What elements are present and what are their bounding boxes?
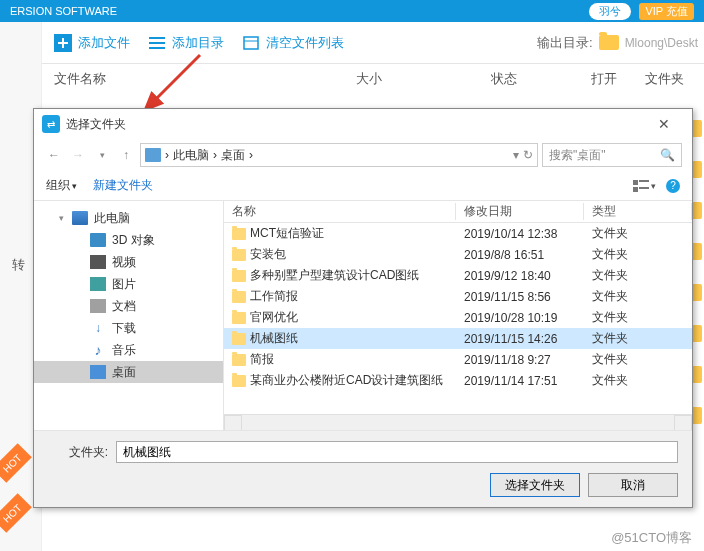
folder-icon: [232, 312, 246, 324]
help-icon[interactable]: ?: [666, 179, 680, 193]
col-name: 文件名称: [54, 70, 304, 88]
file-type: 文件夹: [584, 372, 692, 389]
tree-item[interactable]: ▾此电脑: [34, 207, 223, 229]
tree-label: 文档: [112, 298, 136, 315]
file-type: 文件夹: [584, 288, 692, 305]
folder-label: 文件夹:: [48, 444, 108, 461]
recent-dropdown[interactable]: ▾: [92, 145, 112, 165]
col-size: 大小: [304, 70, 434, 88]
new-folder-button[interactable]: 新建文件夹: [93, 177, 153, 194]
tree-item[interactable]: 图片: [34, 273, 223, 295]
svg-rect-3: [639, 180, 649, 182]
breadcrumb[interactable]: › 此电脑 › 桌面 › ▾↻: [140, 143, 538, 167]
file-row[interactable]: MCT短信验证2019/10/14 12:38文件夹: [224, 223, 692, 244]
folder-icon: [232, 375, 246, 387]
col-date[interactable]: 修改日期: [456, 203, 584, 220]
svg-rect-5: [639, 187, 649, 189]
dialog-footer: 文件夹: 选择文件夹 取消: [34, 430, 692, 507]
folder-icon: [232, 228, 246, 240]
file-row[interactable]: 官网优化2019/10/28 10:19文件夹: [224, 307, 692, 328]
file-name: 安装包: [250, 246, 286, 263]
add-file-button[interactable]: 添加文件: [54, 34, 130, 52]
account-name[interactable]: 羽兮: [589, 3, 631, 20]
file-date: 2019/10/28 10:19: [456, 311, 584, 325]
file-row[interactable]: 安装包2019/8/8 16:51文件夹: [224, 244, 692, 265]
cancel-button[interactable]: 取消: [588, 473, 678, 497]
list-icon: [148, 34, 166, 52]
file-type: 文件夹: [584, 225, 692, 242]
file-type: 文件夹: [584, 351, 692, 368]
tree-item[interactable]: 3D 对象: [34, 229, 223, 251]
add-dir-button[interactable]: 添加目录: [148, 34, 224, 52]
svg-rect-1: [244, 37, 258, 49]
horizontal-scrollbar[interactable]: [224, 414, 692, 430]
up-button[interactable]: ↑: [116, 145, 136, 165]
breadcrumb-root[interactable]: 此电脑: [173, 147, 209, 164]
dialog-nav: ← → ▾ ↑ › 此电脑 › 桌面 › ▾↻ 搜索"桌面" 🔍: [34, 139, 692, 171]
tree-icon: [72, 211, 88, 225]
clear-list-button[interactable]: 清空文件列表: [242, 34, 344, 52]
svg-rect-2: [633, 180, 638, 185]
bg-toolbar: 添加文件 添加目录 清空文件列表 输出目录: Mloong\Deskt: [0, 22, 704, 64]
tree-icon: [90, 277, 106, 291]
col-name[interactable]: 名称: [224, 203, 456, 220]
forward-button[interactable]: →: [68, 145, 88, 165]
hot-badge: HOT: [0, 493, 32, 533]
file-row[interactable]: 简报2019/11/18 9:27文件夹: [224, 349, 692, 370]
file-row[interactable]: 某商业办公楼附近CAD设计建筑图纸2019/11/14 17:51文件夹: [224, 370, 692, 391]
tree-label: 音乐: [112, 342, 136, 359]
svg-rect-4: [633, 187, 638, 192]
tree-item[interactable]: 视频: [34, 251, 223, 273]
tree-icon: [90, 255, 106, 269]
col-type[interactable]: 类型: [584, 203, 692, 220]
select-folder-button[interactable]: 选择文件夹: [490, 473, 580, 497]
bg-columns: 文件名称 大小 状态 打开 文件夹: [0, 64, 704, 94]
file-date: 2019/11/14 17:51: [456, 374, 584, 388]
tree-label: 图片: [112, 276, 136, 293]
folder-icon: [232, 270, 246, 282]
tree-item[interactable]: ↓下载: [34, 317, 223, 339]
chevron-down-icon[interactable]: ▾: [513, 148, 519, 162]
dialog-titlebar: ⇄ 选择文件夹 ✕: [34, 109, 692, 139]
tree-label: 下载: [112, 320, 136, 337]
search-input[interactable]: 搜索"桌面" 🔍: [542, 143, 682, 167]
search-placeholder: 搜索"桌面": [549, 147, 606, 164]
tree-item[interactable]: 文档: [34, 295, 223, 317]
tree-label: 视频: [112, 254, 136, 271]
organize-button[interactable]: 组织 ▾: [46, 177, 77, 194]
close-button[interactable]: ✕: [644, 116, 684, 132]
output-dir[interactable]: 输出目录: Mloong\Deskt: [537, 34, 698, 52]
file-name: MCT短信验证: [250, 225, 324, 242]
refresh-icon[interactable]: ↻: [523, 148, 533, 162]
tree-icon: [90, 233, 106, 247]
breadcrumb-leaf[interactable]: 桌面: [221, 147, 245, 164]
tree-item[interactable]: 桌面: [34, 361, 223, 383]
tree-label: 3D 对象: [112, 232, 155, 249]
file-name: 多种别墅户型建筑设计CAD图纸: [250, 267, 419, 284]
col-status: 状态: [434, 70, 574, 88]
col-open: 打开: [574, 70, 634, 88]
app-icon: ⇄: [42, 115, 60, 133]
folder-icon: [232, 333, 246, 345]
file-row[interactable]: 多种别墅户型建筑设计CAD图纸2019/9/12 18:40文件夹: [224, 265, 692, 286]
tree-icon: ♪: [90, 343, 106, 357]
folder-icon: [232, 249, 246, 261]
tree-item[interactable]: ♪音乐: [34, 339, 223, 361]
file-list: 名称 修改日期 类型 MCT短信验证2019/10/14 12:38文件夹安装包…: [224, 201, 692, 430]
folder-icon: [232, 291, 246, 303]
file-row[interactable]: 工作简报2019/11/15 8:56文件夹: [224, 286, 692, 307]
file-name: 简报: [250, 351, 274, 368]
file-date: 2019/11/18 9:27: [456, 353, 584, 367]
search-icon: 🔍: [660, 148, 675, 162]
folder-picker-dialog: ⇄ 选择文件夹 ✕ ← → ▾ ↑ › 此电脑 › 桌面 › ▾↻ 搜索"桌面"…: [33, 108, 693, 508]
file-row[interactable]: 机械图纸2019/11/15 14:26文件夹: [224, 328, 692, 349]
folder-input[interactable]: [116, 441, 678, 463]
view-mode-button[interactable]: ▾: [633, 180, 656, 192]
vip-button[interactable]: VIP 充值: [639, 3, 694, 20]
back-button[interactable]: ←: [44, 145, 64, 165]
file-date: 2019/8/8 16:51: [456, 248, 584, 262]
bg-topbar: ERSION SOFTWARE 羽兮 VIP 充值: [0, 0, 704, 22]
file-name: 官网优化: [250, 309, 298, 326]
file-name: 工作简报: [250, 288, 298, 305]
pc-icon: [145, 148, 161, 162]
